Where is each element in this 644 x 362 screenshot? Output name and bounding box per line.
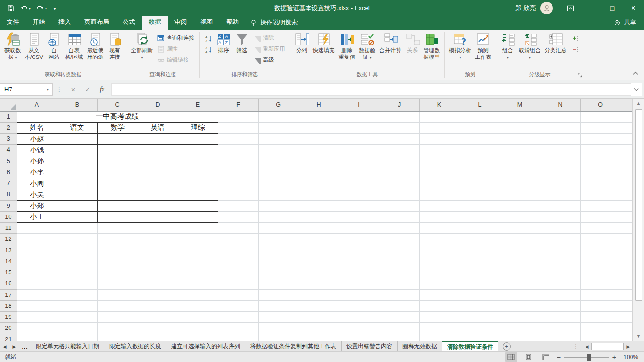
cell[interactable] [379, 111, 419, 122]
cell[interactable] [460, 300, 500, 311]
ribbon-tab-页面布局[interactable]: 页面布局 [78, 15, 116, 30]
cell[interactable] [258, 234, 299, 245]
cell[interactable] [218, 234, 258, 245]
text-to-columns-button[interactable]: 分列 [293, 31, 311, 71]
row-header-5[interactable]: 5 [0, 156, 17, 167]
column-header-M[interactable]: M [500, 99, 540, 111]
cell[interactable] [580, 200, 621, 211]
cell[interactable] [339, 122, 379, 133]
cell[interactable] [57, 234, 97, 245]
cell[interactable] [379, 145, 419, 156]
cell[interactable] [17, 289, 57, 300]
ribbon-tab-帮助[interactable]: 帮助 [219, 15, 245, 30]
row-header-15[interactable]: 15 [0, 267, 17, 278]
refresh-all-button[interactable]: 全部刷新 ▾ [129, 31, 155, 71]
cell[interactable] [419, 245, 460, 256]
cell-name[interactable]: 小孙 [17, 156, 57, 167]
cell[interactable] [17, 223, 57, 234]
cell-empty[interactable] [97, 167, 138, 178]
cell[interactable] [218, 334, 258, 341]
new-sheet-button[interactable]: + [498, 341, 515, 351]
cell[interactable] [379, 200, 419, 211]
row-header-12[interactable]: 12 [0, 234, 17, 245]
cell-empty[interactable] [178, 200, 218, 211]
sheet-tab-清除数据验证条件[interactable]: 清除数据验证条件 [442, 341, 498, 351]
cell[interactable] [500, 178, 540, 189]
row-header-3[interactable]: 3 [0, 134, 17, 145]
scroll-left-icon[interactable]: ◀ [583, 344, 591, 349]
expand-formula-bar-button[interactable] [631, 83, 642, 96]
cell[interactable] [178, 312, 218, 323]
cell[interactable] [460, 200, 500, 211]
cell[interactable] [379, 267, 419, 278]
row-header-13[interactable]: 13 [0, 245, 17, 256]
ribbon-tab-审阅[interactable]: 审阅 [168, 15, 194, 30]
cell[interactable] [97, 323, 138, 334]
cell[interactable] [178, 289, 218, 300]
cell[interactable] [218, 156, 258, 167]
existing-connections-button[interactable]: 现有连接 [105, 31, 124, 71]
cell[interactable] [580, 323, 621, 334]
cell[interactable] [218, 245, 258, 256]
row-header-20[interactable]: 20 [0, 323, 17, 334]
formula-input[interactable] [111, 83, 631, 96]
cell[interactable] [621, 200, 633, 211]
sheet-overflow-button[interactable]: ... [19, 341, 31, 351]
cell-header[interactable]: 理综 [178, 122, 218, 133]
get-data-button[interactable]: 获取数据 ▾ [2, 31, 23, 71]
cell[interactable] [580, 300, 621, 311]
cell[interactable] [460, 312, 500, 323]
cell[interactable] [57, 334, 97, 341]
column-header-N[interactable]: N [540, 99, 580, 111]
cell[interactable] [621, 167, 633, 178]
cell[interactable] [258, 122, 299, 133]
cell[interactable] [218, 134, 258, 145]
cell[interactable] [97, 245, 138, 256]
cell[interactable] [299, 111, 339, 122]
cell[interactable] [299, 156, 339, 167]
cell[interactable] [57, 245, 97, 256]
cell[interactable] [299, 122, 339, 133]
from-web-button[interactable]: 自网站 [45, 31, 63, 71]
cell[interactable] [299, 256, 339, 267]
cell[interactable] [218, 323, 258, 334]
collapse-ribbon-button[interactable] [633, 68, 638, 77]
vertical-scrollbar-thumb[interactable] [635, 109, 642, 301]
cell[interactable] [500, 234, 540, 245]
cell[interactable] [419, 334, 460, 341]
cell[interactable] [138, 323, 178, 334]
cell[interactable] [419, 278, 460, 289]
cell[interactable] [339, 312, 379, 323]
cell[interactable] [299, 312, 339, 323]
cell-empty[interactable] [57, 167, 97, 178]
cell[interactable] [339, 211, 379, 222]
cell-empty[interactable] [57, 156, 97, 167]
ribbon-tab-插入[interactable]: 插入 [52, 15, 78, 30]
cell[interactable] [178, 245, 218, 256]
cell[interactable] [218, 211, 258, 222]
cell[interactable] [258, 211, 299, 222]
cell[interactable] [621, 111, 633, 122]
horizontal-scrollbar-thumb[interactable] [591, 343, 624, 350]
cell[interactable] [460, 234, 500, 245]
cell[interactable] [218, 122, 258, 133]
cell[interactable] [621, 211, 633, 222]
cell[interactable] [218, 178, 258, 189]
column-header-D[interactable]: D [138, 99, 178, 111]
cell[interactable] [258, 156, 299, 167]
cell[interactable] [621, 267, 633, 278]
cell[interactable] [138, 334, 178, 341]
cell[interactable] [419, 323, 460, 334]
cell[interactable] [500, 200, 540, 211]
cell[interactable] [500, 256, 540, 267]
cell[interactable] [178, 234, 218, 245]
cell[interactable] [258, 289, 299, 300]
cell[interactable] [339, 167, 379, 178]
cell[interactable] [97, 256, 138, 267]
row-header-11[interactable]: 11 [0, 223, 17, 234]
cell[interactable] [258, 178, 299, 189]
cell[interactable] [621, 334, 633, 341]
cell[interactable] [419, 234, 460, 245]
cell-empty[interactable] [97, 134, 138, 145]
cell[interactable] [17, 334, 57, 341]
